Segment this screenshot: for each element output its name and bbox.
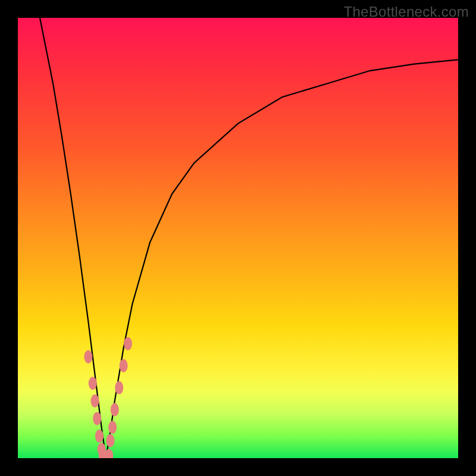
data-marker — [106, 434, 114, 447]
data-marker — [93, 412, 101, 425]
data-marker — [84, 350, 92, 364]
data-marker — [124, 337, 132, 350]
plot-area — [18, 18, 458, 458]
data-marker — [115, 381, 123, 394]
marker-cluster-right — [106, 337, 132, 447]
chart-frame: TheBottleneck.com — [0, 0, 476, 476]
data-marker — [99, 449, 107, 458]
marker-cluster-bottom — [99, 449, 113, 458]
data-marker — [111, 403, 119, 416]
curve-layer — [40, 18, 458, 458]
data-marker — [120, 359, 128, 372]
bottleneck-chart-svg — [18, 18, 458, 458]
data-marker — [89, 377, 97, 390]
data-marker — [98, 443, 106, 456]
data-marker — [91, 394, 99, 408]
bottleneck-curve-line — [40, 18, 458, 458]
data-marker — [108, 421, 117, 434]
data-marker — [102, 450, 110, 458]
data-marker — [105, 449, 113, 458]
marker-cluster-left — [84, 350, 105, 456]
data-marker — [95, 430, 104, 443]
